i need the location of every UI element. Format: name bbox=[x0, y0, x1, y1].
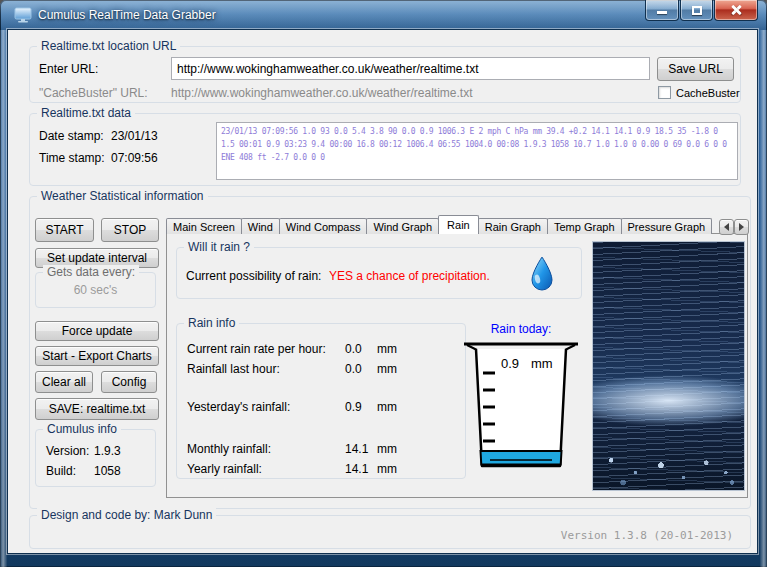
yearly-rain-value: 14.1 bbox=[345, 462, 368, 476]
yearly-rain-unit: mm bbox=[377, 462, 397, 476]
config-button[interactable]: Config bbox=[101, 371, 157, 393]
tab-wind[interactable]: Wind bbox=[241, 218, 280, 234]
stop-button[interactable]: STOP bbox=[101, 218, 159, 242]
rain-last-hour-unit: mm bbox=[377, 362, 397, 376]
chevron-right-icon bbox=[739, 223, 744, 231]
rain-info-row: Yesterday's rainfall: 0.9 mm bbox=[187, 400, 463, 414]
client-area: Realtime.txt location URL Enter URL: Sav… bbox=[7, 29, 758, 554]
yesterday-rain-label: Yesterday's rainfall: bbox=[187, 400, 290, 414]
yearly-rain-label: Yearly rainfall: bbox=[187, 462, 262, 476]
window-left-border bbox=[0, 30, 7, 567]
monitor-icon bbox=[14, 7, 32, 23]
monthly-rain-unit: mm bbox=[377, 442, 397, 456]
rain-info-row: Monthly rainfall: 14.1 mm bbox=[187, 442, 463, 456]
monthly-rain-label: Monthly rainfall: bbox=[187, 442, 271, 456]
rain-last-hour-label: Rainfall last hour: bbox=[187, 362, 280, 376]
tab-rain[interactable]: Rain bbox=[438, 215, 479, 234]
date-stamp-label: Date stamp: bbox=[39, 129, 104, 143]
cumulus-info-legend: Cumulus info bbox=[43, 422, 121, 436]
version-value: 1.9.3 bbox=[94, 444, 121, 458]
force-update-button[interactable]: Force update bbox=[35, 321, 159, 341]
will-it-rain-legend: Will it rain ? bbox=[184, 240, 254, 254]
rain-info-groupbox: Rain info Current rain rate per hour: 0.… bbox=[176, 323, 466, 479]
tab-scroll-left-button[interactable] bbox=[719, 219, 734, 235]
rain-info-row: Yearly rainfall: 14.1 mm bbox=[187, 462, 463, 476]
maximize-icon bbox=[692, 6, 702, 15]
gauge-unit: mm bbox=[531, 356, 553, 371]
rain-info-legend: Rain info bbox=[184, 316, 239, 330]
cachebuster-url-label: "CacheBuster" URL: bbox=[39, 86, 148, 100]
interval-groupbox-legend: Gets data every: bbox=[43, 265, 139, 279]
rain-rate-value: 0.0 bbox=[345, 342, 362, 356]
save-realtime-button[interactable]: SAVE: realtime.txt bbox=[35, 398, 159, 420]
tab-pressure-graph[interactable]: Pressure Graph bbox=[621, 218, 713, 234]
close-icon bbox=[730, 4, 742, 16]
maximize-button[interactable] bbox=[680, 0, 713, 21]
footer-credit: Design and code by: Mark Dunn bbox=[37, 508, 216, 522]
rain-gauge: 0.9 mm bbox=[463, 337, 579, 473]
url-input[interactable] bbox=[171, 57, 650, 80]
clear-all-button[interactable]: Clear all bbox=[35, 371, 93, 393]
minimize-button[interactable] bbox=[645, 0, 679, 21]
rain-today-title: Rain today: bbox=[463, 322, 579, 336]
interval-value: 60 sec's bbox=[36, 283, 155, 297]
start-button[interactable]: START bbox=[35, 218, 94, 242]
enter-url-label: Enter URL: bbox=[39, 62, 98, 76]
rain-photo bbox=[592, 241, 745, 491]
cachebuster-checkbox-label: CacheBuster bbox=[676, 86, 740, 100]
tab-scroll-right-button[interactable] bbox=[734, 219, 749, 235]
yesterday-rain-unit: mm bbox=[377, 400, 397, 414]
rain-last-hour-value: 0.0 bbox=[345, 362, 362, 376]
time-stamp-value: 07:09:56 bbox=[111, 151, 158, 165]
tab-wind-compass[interactable]: Wind Compass bbox=[279, 218, 368, 234]
build-label: Build: bbox=[46, 464, 76, 478]
tab-rain-graph[interactable]: Rain Graph bbox=[478, 218, 548, 234]
url-groupbox-legend: Realtime.txt location URL bbox=[37, 39, 180, 53]
time-stamp-label: Time stamp: bbox=[39, 151, 105, 165]
date-stamp-value: 23/01/13 bbox=[111, 129, 158, 143]
gauge-value: 0.9 bbox=[501, 356, 519, 371]
interval-groupbox: Gets data every: 60 sec's bbox=[35, 272, 156, 308]
gauge-liquid bbox=[481, 451, 562, 465]
tab-strip: Main Screen Wind Wind Compass Wind Graph… bbox=[166, 215, 711, 234]
rain-info-row: Current rain rate per hour: 0.0 mm bbox=[187, 342, 463, 356]
stats-groupbox-legend: Weather Statistical information bbox=[37, 189, 208, 203]
cachebuster-checkbox[interactable] bbox=[658, 86, 671, 99]
chevron-left-icon bbox=[724, 223, 729, 231]
cumulus-info-groupbox: Cumulus info Version: 1.9.3 Build: 1058 bbox=[35, 429, 156, 487]
rain-possibility-label: Current possibility of rain: bbox=[186, 269, 321, 283]
save-url-button[interactable]: Save URL bbox=[657, 57, 734, 81]
tab-temp-graph[interactable]: Temp Graph bbox=[547, 218, 622, 234]
minimize-icon bbox=[657, 11, 667, 14]
export-charts-button[interactable]: Start - Export Charts bbox=[35, 346, 159, 366]
rain-info-row: Rainfall last hour: 0.0 mm bbox=[187, 362, 463, 376]
monthly-rain-value: 14.1 bbox=[345, 442, 368, 456]
window-title: Cumulus RealTime Data Grabber bbox=[38, 8, 216, 22]
version-label: Version: bbox=[46, 444, 89, 458]
data-groupbox-legend: Realtime.txt data bbox=[37, 106, 135, 120]
window-right-border bbox=[760, 30, 767, 567]
tab-wind-graph[interactable]: Wind Graph bbox=[366, 218, 439, 234]
build-value: 1058 bbox=[94, 464, 121, 478]
titlebar[interactable]: Cumulus RealTime Data Grabber bbox=[0, 0, 767, 30]
rain-rate-unit: mm bbox=[377, 342, 397, 356]
tab-main-screen[interactable]: Main Screen bbox=[166, 218, 242, 234]
realtime-raw-data-box[interactable]: 23/01/13 07:09:56 1.0 93 0.0 5.4 3.8 90 … bbox=[216, 122, 738, 180]
rain-rate-label: Current rain rate per hour: bbox=[187, 342, 326, 356]
rain-possibility-value: YES a chance of precipitation. bbox=[329, 269, 490, 283]
yesterday-rain-value: 0.9 bbox=[345, 400, 362, 414]
app-window: Cumulus RealTime Data Grabber Realtime.t… bbox=[0, 0, 767, 567]
cachebuster-url-value: http://www.wokinghamweather.co.uk/weathe… bbox=[171, 86, 472, 100]
water-drop-icon bbox=[529, 256, 555, 292]
app-version-text: Version 1.3.8 (20-01-2013) bbox=[561, 529, 733, 543]
close-button[interactable] bbox=[714, 0, 758, 21]
